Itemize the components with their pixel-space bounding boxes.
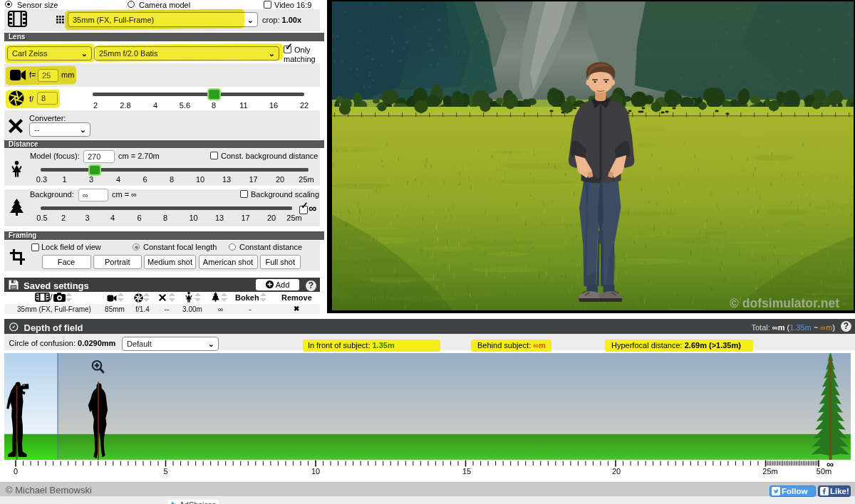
svg-text:© dofsimulator.net: © dofsimulator.net — [730, 296, 839, 310]
